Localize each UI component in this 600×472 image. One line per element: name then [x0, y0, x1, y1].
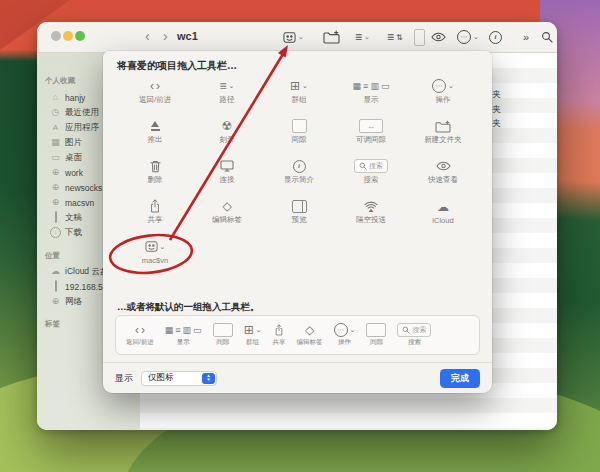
sidebar-item-recents[interactable]: ◷ 最近使用	[50, 106, 99, 119]
space-icon	[213, 324, 233, 337]
default-toolbar-set[interactable]: ‹› 返回/前进 ▦≡▥▭ 显示 间隙 ⊞⌄ 群组 共享 ◇ 编辑标签	[115, 315, 480, 355]
toolbar-items-palette: ‹› 返回/前进 ≡⌄ 路径 ⊞⌄ 群组 ▦≡▥▭ 显示 ⋯⌄ 操作 推出	[119, 79, 479, 265]
palette-item-connect[interactable]: 连接	[191, 159, 263, 185]
up-down-arrows-icon: ⇅	[396, 33, 403, 42]
palette-item-back-forward[interactable]: ‹› 返回/前进	[119, 79, 191, 105]
toolbar-custom-macsvn-button[interactable]: ⌄	[283, 28, 304, 46]
chevron-down-icon: ⌄	[298, 33, 304, 41]
document-icon	[50, 212, 61, 223]
sidebar-item-newsocks[interactable]: ⊕ newsocks	[50, 181, 102, 194]
double-chevron-icon: »	[523, 31, 529, 43]
sidebar-item-icloud[interactable]: ☁ iCloud 云盘	[50, 265, 108, 278]
airdrop-icon	[364, 199, 378, 213]
toolbar-sort-button[interactable]: ≡ ⇅	[387, 28, 403, 46]
share-icon	[149, 199, 161, 213]
sidebar-item-home[interactable]: ⌂ hanjy	[50, 91, 85, 104]
toolbar-quicklook-button[interactable]	[431, 28, 446, 46]
default-item-back-forward: ‹› 返回/前进	[126, 324, 154, 347]
default-item-search: 搜索 搜索	[397, 324, 431, 347]
network-share-icon: ⊕	[50, 167, 61, 178]
default-item-space: 间隙	[213, 324, 233, 347]
new-folder-icon	[323, 30, 340, 44]
sidebar-section-locations: 位置	[45, 251, 60, 261]
palette-item-quick-look[interactable]: 快速查看	[407, 159, 479, 185]
palette-item-icloud[interactable]: ☁ iCloud	[407, 199, 479, 225]
space-icon	[292, 119, 307, 133]
search-icon	[541, 31, 553, 43]
default-item-action: ⋯⌄ 操作	[334, 324, 356, 347]
default-item-group: ⊞⌄ 群组	[244, 324, 262, 347]
palette-item-preview[interactable]: 预览	[263, 199, 335, 225]
sidebar-item-server[interactable]: 192.168.5	[50, 280, 103, 293]
default-set-caption: …或者将默认的一组拖入工具栏。	[117, 301, 260, 314]
palette-item-eject[interactable]: 推出	[119, 119, 191, 145]
palette-item-group[interactable]: ⊞⌄ 群组	[263, 79, 335, 105]
space-icon	[366, 324, 386, 337]
sidebar-item-applications[interactable]: A 应用程序	[50, 121, 99, 134]
palette-item-delete[interactable]: 删除	[119, 159, 191, 185]
window-title: wc1	[177, 30, 198, 42]
minimize-button[interactable]	[63, 31, 73, 41]
default-item-edit-tags: ◇ 编辑标签	[297, 324, 323, 347]
sidebar-item-pictures[interactable]: ▦ 图片	[50, 136, 82, 149]
toolbar-space-item[interactable]	[414, 28, 425, 46]
toolbar-search-button[interactable]	[541, 28, 553, 46]
view-icons: ▦≡▥▭	[165, 324, 202, 337]
tag-icon: ◇	[222, 199, 231, 213]
done-button[interactable]: 完成	[440, 369, 480, 388]
show-label: 显示	[115, 372, 133, 385]
toolbar-new-folder-button[interactable]	[323, 28, 340, 46]
back-forward-icon: ‹›	[135, 324, 145, 337]
more-circle-icon: ⋯	[457, 30, 471, 44]
back-button[interactable]: ‹	[145, 26, 150, 46]
macsvn-icon	[283, 31, 296, 44]
home-icon: ⌂	[50, 92, 61, 103]
sheet-title: 将喜爱的项目拖入工具栏…	[117, 59, 237, 73]
download-icon: ↓	[50, 227, 61, 238]
sidebar-item-downloads[interactable]: ↓ 下载	[50, 226, 82, 239]
sidebar-item-documents[interactable]: 文稿	[50, 211, 82, 224]
info-icon: i	[489, 31, 502, 44]
palette-item-path[interactable]: ≡⌄ 路径	[191, 79, 263, 105]
palette-item-space[interactable]: 间隙	[263, 119, 335, 145]
search-field-icon: 搜索	[354, 159, 388, 173]
default-item-view: ▦≡▥▭ 显示	[165, 324, 202, 347]
palette-item-airdrop[interactable]: 隔空投送	[335, 199, 407, 225]
default-item-space2: 间隙	[366, 324, 386, 347]
sidebar-item-desktop[interactable]: ▭ 桌面	[50, 151, 82, 164]
trash-icon	[150, 159, 161, 173]
toolbar-info-button[interactable]: i	[489, 28, 502, 46]
palette-item-search[interactable]: 搜索 搜索	[335, 159, 407, 185]
sidebar-item-macsvn[interactable]: ⊕ macsvn	[50, 196, 94, 209]
toolbar-action-button[interactable]: ⋯ ⌄	[457, 28, 479, 46]
toolbar-group-button[interactable]: ≡ ⌄	[355, 28, 370, 46]
new-folder-icon	[435, 119, 451, 133]
network-share-icon: ⊕	[50, 197, 61, 208]
forward-button[interactable]: ›	[163, 26, 168, 46]
show-mode-select[interactable]: 仅图标 ▲▼	[141, 371, 217, 386]
palette-item-macsvn[interactable]: ⌄ mac$vn	[119, 239, 191, 265]
zoom-button[interactable]	[75, 31, 85, 41]
group-icon: ⊞⌄	[290, 79, 308, 93]
screen: ‹ › wc1 ⌄ ≡ ⌄ ≡ ⇅	[0, 0, 600, 472]
group-icon: ⊞⌄	[244, 324, 262, 337]
palette-item-share[interactable]: 共享	[119, 199, 191, 225]
sidebar-item-work[interactable]: ⊕ work	[50, 166, 83, 179]
desktop-icon: ▭	[50, 152, 61, 163]
palette-item-get-info[interactable]: i 显示简介	[263, 159, 335, 185]
palette-item-edit-tags[interactable]: ◇ 编辑标签	[191, 199, 263, 225]
palette-item-flexible-space[interactable]: ↔ 可调间隙	[335, 119, 407, 145]
back-forward-icon: ‹›	[150, 79, 160, 93]
palette-item-new-folder[interactable]: 新建文件夹	[407, 119, 479, 145]
palette-item-action[interactable]: ⋯⌄ 操作	[407, 79, 479, 105]
close-button[interactable]	[51, 31, 61, 41]
toolbar-overflow-button[interactable]: »	[523, 28, 529, 46]
sidebar-item-network[interactable]: ⊕ 网络	[50, 295, 82, 308]
sidebar-section-favorites: 个人收藏	[45, 76, 75, 86]
palette-item-view[interactable]: ▦≡▥▭ 显示	[335, 79, 407, 105]
cloud-icon: ☁	[437, 199, 449, 214]
search-field-icon: 搜索	[397, 324, 431, 337]
chevron-down-icon: ⌄	[473, 33, 479, 41]
palette-item-burn[interactable]: ☢ 刻录	[191, 119, 263, 145]
cloud-icon: ☁	[50, 266, 61, 277]
